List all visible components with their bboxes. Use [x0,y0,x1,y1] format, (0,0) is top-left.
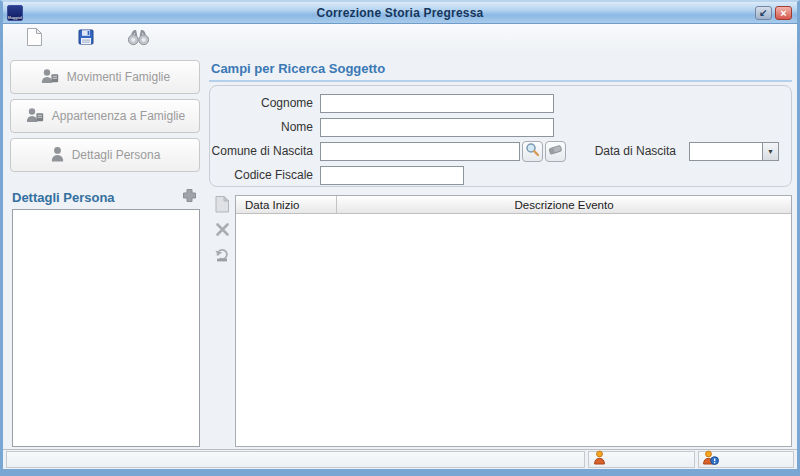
add-person-button[interactable] [181,189,197,205]
main-panel: Campi per Ricerca Soggetto Cognome Nome … [209,60,792,447]
person-info-icon[interactable] [702,450,719,469]
app-logo-text: Maggioli [8,15,23,20]
new-button[interactable] [21,27,47,51]
content-area: Movimenti Famiglie Appartenenza a Famigl… [3,54,797,449]
main-toolbar [3,24,797,54]
status-operator-panel [588,451,695,468]
comune-di-nascita-input[interactable] [320,142,520,161]
codice-fiscale-label: Codice Fiscale [210,168,320,182]
codice-fiscale-input[interactable] [320,166,464,185]
sidebar-item-label: Movimenti Famiglie [67,70,170,84]
column-header-descrizione-evento[interactable]: Descrizione Evento [337,196,791,213]
events-table-header: Data Inizio Descrizione Evento [236,196,791,214]
chevron-down-icon: ▼ [767,148,774,155]
undo-button[interactable] [212,246,232,266]
new-document-icon [26,27,43,51]
form-row-cognome: Cognome [210,92,785,114]
comune-lookup-button[interactable] [522,141,543,162]
close-window-button[interactable]: × [775,6,792,20]
sidebar-item-movimenti-famiglie[interactable]: Movimenti Famiglie [10,60,200,94]
restore-window-button[interactable]: ↙ [755,6,772,20]
events-table-body[interactable] [236,214,791,446]
restore-arrow-icon: ↙ [759,8,767,18]
close-icon: × [780,8,786,18]
data-di-nascita-input[interactable] [689,142,763,161]
sidebar-item-dettagli-persona[interactable]: Dettagli Persona [10,138,200,172]
binoculars-icon [127,29,150,50]
cognome-label: Cognome [210,96,320,110]
blank-page-icon [214,195,230,217]
form-row-nome: Nome [210,116,785,138]
dettagli-persona-header: Dettagli Persona [10,189,200,209]
search-form: Cognome Nome Comune di Nascita [209,85,792,187]
save-button[interactable] [73,27,99,51]
section-title: Dettagli Persona [12,190,115,205]
search-button[interactable] [125,27,151,51]
data-di-nascita-label: Data di Nascita [595,144,683,158]
sidebar: Movimenti Famiglie Appartenenza a Famigl… [10,60,200,447]
date-dropdown-button[interactable]: ▼ [762,142,779,161]
app-window: Maggioli Correzione Storia Pregressa ↙ × [0,0,800,476]
search-section-title: Campi per Ricerca Soggetto [209,60,792,82]
nome-label: Nome [210,120,320,134]
window-title: Correzione Storia Pregressa [3,6,797,20]
column-header-data-inizio[interactable]: Data Inizio [236,196,337,213]
events-area: Data Inizio Descrizione Evento [209,195,792,447]
plus-icon [182,188,197,206]
undo-icon [214,246,230,266]
status-bar [3,449,797,469]
comune-clear-button[interactable] [545,141,566,162]
eraser-icon [548,142,563,160]
sidebar-item-label: Dettagli Persona [72,148,161,162]
window-controls: ↙ × [755,6,792,20]
sidebar-item-label: Appartenenza a Famiglie [52,109,185,123]
form-row-codice-fiscale: Codice Fiscale [210,164,785,186]
comune-di-nascita-label: Comune di Nascita [210,144,320,158]
form-row-comune: Comune di Nascita [210,140,785,162]
new-event-button[interactable] [212,196,232,216]
data-di-nascita-combo: ▼ [689,142,779,161]
person-icon [50,146,65,165]
status-operator-info-panel [698,451,794,468]
family-group-icon [25,107,45,126]
delete-event-button[interactable] [212,221,232,241]
magnifier-icon [525,142,540,161]
save-icon [77,28,95,50]
sidebar-item-appartenenza-famiglie[interactable]: Appartenenza a Famiglie [10,99,200,133]
title-bar[interactable]: Maggioli Correzione Storia Pregressa ↙ × [3,2,797,24]
family-group-icon [40,68,60,87]
events-table: Data Inizio Descrizione Evento [235,195,792,447]
person-icon[interactable] [592,450,607,469]
cognome-input[interactable] [320,94,554,113]
events-toolbar [209,195,235,447]
status-message-panel [6,451,585,468]
person-details-list[interactable] [12,209,200,447]
nome-input[interactable] [320,118,554,137]
delete-x-icon [215,222,230,241]
app-logo-icon[interactable]: Maggioli [7,5,23,21]
